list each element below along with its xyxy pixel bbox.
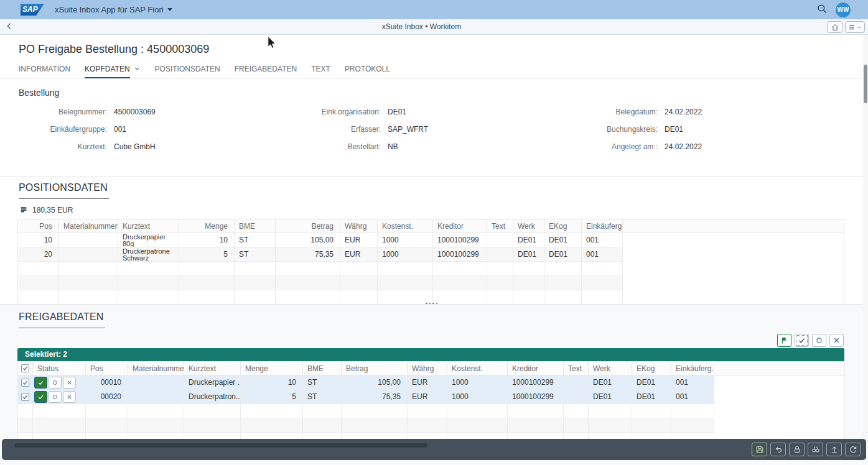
undo-button[interactable] — [770, 443, 786, 456]
cell-menge — [179, 290, 235, 305]
reset-button[interactable] — [49, 377, 62, 389]
search-button[interactable] — [816, 3, 828, 16]
cell-kurztext — [184, 418, 241, 433]
column-header-einkäuferg[interactable]: Einkäuferg... — [582, 219, 623, 233]
cell-text — [564, 404, 589, 418]
column-header-werk[interactable]: Werk — [589, 362, 632, 375]
cell-text — [487, 290, 513, 305]
sub-header-bar: xSuite Inbox • Workitem — [0, 19, 868, 35]
column-header-status[interactable]: Status — [33, 362, 86, 375]
column-header-betrag[interactable]: Betrag — [276, 219, 340, 233]
mouse-cursor — [267, 36, 277, 52]
column-header-betrag[interactable]: Betrag — [342, 362, 408, 375]
column-header-bme[interactable]: BME — [303, 362, 342, 375]
column-header-einkäuferg[interactable]: Einkäuferg... — [671, 362, 714, 375]
flag-all-button[interactable] — [777, 334, 791, 347]
approve-button[interactable] — [34, 391, 47, 403]
vertical-scrollbar[interactable] — [863, 35, 868, 439]
reject-all-button[interactable] — [829, 334, 844, 347]
approve-button[interactable] — [34, 377, 47, 389]
cell-einkäuferg: 001 — [671, 375, 714, 390]
avatar[interactable]: WW — [836, 2, 851, 17]
approve-icon — [37, 394, 44, 400]
upload-icon — [830, 445, 839, 454]
field-label: Bestellart: — [261, 142, 381, 151]
column-header-pos[interactable]: Pos — [86, 362, 128, 375]
cell-einkäuferg — [671, 418, 714, 433]
freigabedaten-section-title: FREIGABEDATEN — [19, 311, 105, 328]
tab-text[interactable]: TEXT — [311, 65, 330, 78]
reject-button[interactable] — [63, 377, 76, 389]
header-row: StatusPosMaterialnummerKurztextMengeBMEB… — [18, 362, 844, 375]
column-header-text[interactable]: Text — [487, 219, 513, 233]
field-value: 4500003069 — [114, 108, 156, 116]
cell-materialnummer — [128, 390, 184, 404]
upload-button[interactable] — [826, 443, 842, 456]
row-select-checkbox[interactable] — [21, 393, 29, 401]
empty-row — [18, 418, 844, 433]
tab-kopfdaten[interactable]: KOPFDATEN — [85, 65, 140, 78]
tab-label: FREIGABEDATEN — [235, 65, 297, 77]
cell-betrag — [276, 276, 340, 290]
find-button[interactable] — [808, 443, 823, 456]
column-header-währg[interactable]: Währg — [408, 362, 447, 375]
approve-all-button[interactable] — [795, 334, 809, 347]
home-button[interactable] — [827, 21, 842, 33]
tab-freigabedaten[interactable]: FREIGABEDATEN — [235, 65, 297, 78]
select-all-checkbox[interactable] — [21, 364, 29, 372]
tab-positionsdaten[interactable]: POSITIONSDATEN — [155, 65, 220, 78]
tab-information[interactable]: INFORMATION — [19, 65, 70, 78]
row-select-checkbox[interactable] — [21, 379, 29, 387]
status-cell — [33, 418, 86, 433]
column-header-menge[interactable]: Menge — [241, 362, 303, 375]
column-header-ekog[interactable]: EKog — [544, 219, 582, 233]
field-label: Einkäufergruppe: — [19, 125, 107, 134]
menu-button[interactable] — [845, 21, 865, 33]
reject-icon — [66, 394, 73, 400]
column-header-ekog[interactable]: EKog — [632, 362, 671, 375]
cell-text — [487, 247, 513, 262]
checkbox-check-icon — [22, 394, 29, 400]
lock-button[interactable] — [789, 443, 805, 456]
form-field: Angelegt am::24.02.2022 — [529, 142, 702, 151]
cell-materialnummer — [128, 375, 184, 390]
horizontal-scrollbar-thumb[interactable] — [14, 443, 427, 448]
field-value: DE01 — [388, 108, 406, 116]
column-header-währg[interactable]: Währg — [340, 219, 378, 233]
cell-filler — [623, 247, 844, 262]
cell-ekog: DE01 — [632, 375, 671, 390]
cell-einkäuferg: 001 — [582, 233, 623, 247]
table-row[interactable]: 00020Druckerpatron...5ST75,35EUR10001000… — [18, 390, 844, 404]
column-header-materialnummer[interactable]: Materialnummer — [59, 219, 118, 233]
reject-button[interactable] — [63, 391, 76, 403]
column-header-kreditor[interactable]: Kreditor — [433, 219, 487, 233]
column-header-kreditor[interactable]: Kreditor — [508, 362, 564, 375]
column-header-menge[interactable]: Menge — [179, 219, 235, 233]
vertical-scrollbar-thumb[interactable] — [864, 65, 867, 103]
column-header-bme[interactable]: BME — [235, 219, 276, 233]
save-button[interactable] — [752, 443, 767, 456]
column-header-kostenst[interactable]: Kostenst. — [447, 362, 508, 375]
column-header-kurztext[interactable]: Kurztext — [184, 362, 241, 375]
tab-protokoll[interactable]: PROTOKOLL — [345, 65, 390, 78]
header-divider — [0, 78, 868, 79]
reset-button[interactable] — [49, 391, 62, 403]
column-header-text[interactable]: Text — [564, 362, 589, 375]
refresh-button[interactable] — [845, 443, 861, 456]
form-field: Belegnummer:4500003069 — [19, 108, 156, 116]
positions-total: 180,35 EUR — [19, 206, 73, 214]
row-select-cell — [18, 418, 33, 433]
column-header-kostenst[interactable]: Kostenst. — [378, 219, 433, 233]
sap-logo: SAP — [21, 4, 44, 16]
app-title-label: xSuite Inbox App für SAP Fiori — [55, 5, 164, 14]
column-header-werk[interactable]: Werk — [513, 219, 544, 233]
column-header-materialnummer[interactable]: Materialnummer — [128, 362, 184, 375]
app-title-menu[interactable]: xSuite Inbox App für SAP Fiori — [55, 5, 172, 14]
reset-all-button[interactable] — [812, 334, 826, 347]
table-row: 10Druckerpapier 80g10ST105,00EUR10001000… — [18, 233, 844, 247]
column-header-pos[interactable]: Pos — [18, 219, 59, 233]
table-row[interactable]: 00010Druckerpapier ...10ST105,00EUR10001… — [18, 375, 844, 390]
column-header-kurztext[interactable]: Kurztext — [118, 219, 179, 233]
status-cell — [33, 375, 86, 390]
chevron-down-icon[interactable] — [134, 65, 141, 72]
